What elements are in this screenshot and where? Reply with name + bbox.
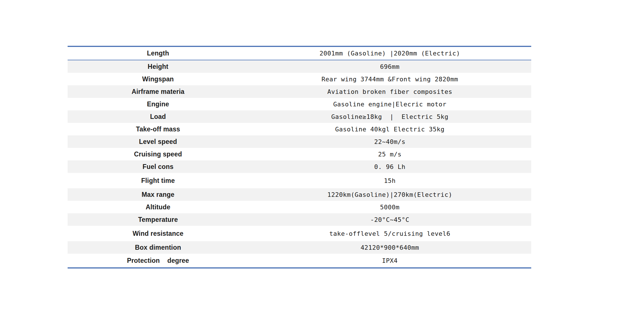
- spec-label-cell: Engine: [68, 100, 248, 108]
- spec-label-cell: Flight time: [68, 177, 248, 185]
- spec-label-cell: Wind resistance: [68, 230, 248, 237]
- spec-label-cell: Cruising speed: [68, 150, 248, 158]
- spec-label-cell: Take-off mass: [68, 125, 248, 133]
- spec-value-cell: Rear wing 3744mm &Front wing 2820mm: [248, 76, 531, 83]
- table-row: Box dimention42120*900*640mm: [68, 241, 531, 254]
- table-row: Take-off massGasoline 40kgl Electric 35k…: [68, 123, 531, 135]
- table-row: WingspanRear wing 3744mm &Front wing 282…: [68, 73, 531, 85]
- spec-value-cell: 5000m: [248, 204, 531, 211]
- spec-value-cell: 15h: [248, 177, 531, 184]
- spec-value-cell: 1220km(Gasoline)|270km(Electric): [248, 191, 531, 198]
- table-row: Length2001mm (Gasoline) |2020mm (Electri…: [68, 47, 531, 60]
- spec-value-cell: IPX4: [248, 257, 531, 264]
- table-row: Flight time15h: [68, 173, 531, 188]
- spec-value-cell: Gasoline≥18kg | Electric 5kg: [248, 113, 531, 120]
- spec-value-cell: 2001mm (Gasoline) |2020mm (Electric): [248, 50, 531, 57]
- table-row: Height696mm: [68, 60, 531, 73]
- table-row: LoadGasoline≥18kg | Electric 5kg: [68, 110, 531, 123]
- table-row: Protection degreeIPX4: [68, 254, 531, 267]
- spec-value-cell: 696mm: [248, 63, 531, 70]
- spec-label-cell: Level speed: [68, 138, 248, 146]
- spec-label-cell: Protection degree: [68, 257, 248, 265]
- spec-value-cell: Gasoline engine|Elecric motor: [248, 101, 531, 108]
- spec-label-cell: Length: [68, 49, 248, 57]
- spec-value-cell: 42120*900*640mm: [248, 244, 531, 251]
- spec-table: Length2001mm (Gasoline) |2020mm (Electri…: [68, 46, 531, 268]
- spec-value-cell: 0. 96 Lh: [248, 163, 531, 170]
- table-row: Max range1220km(Gasoline)|270km(Electric…: [68, 188, 531, 201]
- spec-value-cell: 22~40m/s: [248, 138, 531, 145]
- table-row: Altitude5000m: [68, 201, 531, 213]
- table-row: Wind resistancetake-offlevel 5/cruising …: [68, 226, 531, 241]
- spec-label-cell: Temperature: [68, 216, 248, 224]
- spec-label-cell: Height: [68, 63, 248, 71]
- spec-value-cell: take-offlevel 5/cruising level6: [248, 230, 531, 237]
- spec-label-cell: Fuel cons: [68, 163, 248, 171]
- spec-value-cell: Aviation broken fiber composites: [248, 88, 531, 95]
- spec-label-cell: Load: [68, 113, 248, 121]
- page-canvas: Length2001mm (Gasoline) |2020mm (Electri…: [0, 0, 644, 314]
- spec-label-cell: Box dimention: [68, 244, 248, 251]
- table-row: Level speed22~40m/s: [68, 135, 531, 148]
- spec-value-cell: 25 m/s: [248, 151, 531, 158]
- spec-label-cell: Airframe materia: [68, 88, 248, 96]
- table-row: Fuel cons0. 96 Lh: [68, 160, 531, 173]
- table-row: Cruising speed25 m/s: [68, 148, 531, 160]
- spec-value-cell: Gasoline 40kgl Electric 35kg: [248, 126, 531, 133]
- spec-label-cell: Altitude: [68, 203, 248, 211]
- spec-label-cell: Max range: [68, 191, 248, 199]
- table-row: EngineGasoline engine|Elecric motor: [68, 98, 531, 110]
- spec-value-cell: -20°C~45°C: [248, 216, 531, 223]
- table-row: Airframe materiaAviation broken fiber co…: [68, 85, 531, 98]
- spec-label-cell: Wingspan: [68, 75, 248, 83]
- table-row: Temperature-20°C~45°C: [68, 213, 531, 226]
